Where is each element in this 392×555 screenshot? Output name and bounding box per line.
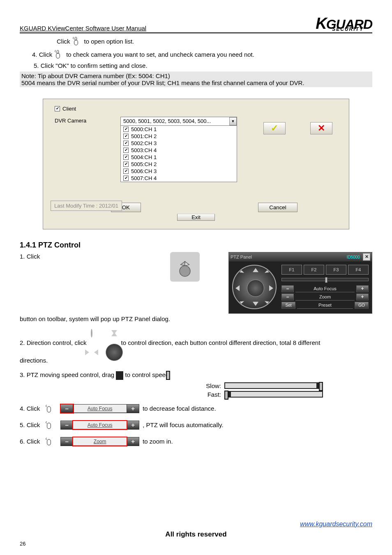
step-text: 5. Click bbox=[20, 421, 40, 428]
chevron-down-icon[interactable]: ▼ bbox=[229, 117, 237, 125]
preset-go-button[interactable]: GO bbox=[355, 302, 369, 309]
step-text: 2. Direction control, click bbox=[20, 339, 87, 346]
footer-url[interactable]: www.kguardsecurity.com bbox=[300, 520, 372, 527]
autofocus-minus-button[interactable]: – bbox=[281, 285, 294, 292]
plus-icon[interactable]: + bbox=[127, 405, 139, 413]
zoom-label[interactable]: Zoom bbox=[73, 437, 127, 446]
minus-icon[interactable]: – bbox=[61, 437, 73, 446]
step-text: directions. bbox=[20, 357, 372, 364]
minus-icon[interactable]: – bbox=[61, 421, 73, 429]
step-text: Click bbox=[57, 38, 70, 45]
zoom-plus-button[interactable]: + bbox=[356, 294, 369, 301]
list-item-checkbox[interactable]: ✔ bbox=[123, 141, 129, 146]
mouse-icon bbox=[43, 419, 55, 431]
svg-rect-0 bbox=[74, 40, 78, 45]
section-heading-ptz: 1.4.1 PTZ Control bbox=[20, 241, 372, 250]
autofocus-label[interactable]: Auto Focus bbox=[73, 421, 127, 429]
dvr-camera-list[interactable]: ✔5000:CH 1 ✔5001:CH 2 ✔5002:CH 3 ✔5003:C… bbox=[120, 126, 237, 182]
svg-rect-1 bbox=[56, 53, 60, 58]
list-item[interactable]: 5005:CH 2 bbox=[131, 161, 157, 167]
list-item[interactable]: 5004:CH 1 bbox=[131, 154, 157, 160]
list-item[interactable]: 5007:CH 4 bbox=[131, 175, 157, 181]
exit-button[interactable]: Exit bbox=[177, 214, 215, 221]
ptz-panel-title: PTZ Panel bbox=[231, 254, 252, 259]
list-item-checkbox[interactable]: ✔ bbox=[123, 176, 129, 181]
step-text: button on toolbar, system will pop up PT… bbox=[20, 315, 170, 322]
step-text: 5. Click "OK" to confirm setting and clo… bbox=[34, 62, 372, 69]
dvr-camera-label: DVR Camera bbox=[55, 117, 120, 124]
slow-label: Slow: bbox=[206, 382, 221, 389]
list-item-checkbox[interactable]: ✔ bbox=[123, 169, 129, 174]
autofocus-bar[interactable]: – Auto Focus + bbox=[60, 421, 139, 430]
preset-label[interactable]: Preset bbox=[297, 302, 353, 309]
list-item-checkbox[interactable]: ✔ bbox=[123, 162, 129, 167]
step-text: 4. Click bbox=[32, 51, 52, 58]
ptz-button-icon bbox=[170, 252, 200, 282]
doc-title: KGUARD KViewCenter Software User Manual bbox=[20, 25, 146, 32]
page-number: 26 bbox=[20, 541, 25, 547]
ptz-f1-button[interactable]: F1 bbox=[281, 265, 302, 275]
step-text: 3. PTZ moving speed control, drag bbox=[20, 371, 114, 378]
list-item[interactable]: 5003:CH 4 bbox=[131, 147, 157, 153]
svg-rect-4 bbox=[47, 423, 51, 428]
client-checkbox[interactable]: ✔ bbox=[55, 106, 60, 111]
plus-icon[interactable]: + bbox=[127, 421, 139, 429]
svg-point-2 bbox=[180, 266, 190, 276]
autofocus-plus-button[interactable]: + bbox=[356, 285, 369, 292]
step-text: 4. Click bbox=[20, 405, 40, 412]
list-item[interactable]: 5006:CH 3 bbox=[131, 168, 157, 174]
list-item-checkbox[interactable]: ✔ bbox=[123, 155, 129, 160]
mouse-icon bbox=[70, 36, 82, 47]
list-item[interactable]: 5001:CH 2 bbox=[131, 133, 157, 139]
ptz-speed-slider[interactable] bbox=[281, 278, 369, 281]
ptz-direction-pad[interactable] bbox=[232, 265, 277, 309]
zoom-bar[interactable]: – Zoom + bbox=[60, 437, 139, 446]
dvr-camera-combo[interactable]: 5000, 5001, 5002, 5003, 5004, 500... ▼ bbox=[120, 117, 237, 126]
step-text: to control speed. bbox=[125, 371, 171, 378]
client-label: Client bbox=[62, 106, 76, 112]
brand-logo: KGUARD SECURITY bbox=[316, 16, 372, 32]
footer-rights: All rights reserved bbox=[20, 530, 372, 539]
cancel-button[interactable]: Cancel bbox=[258, 203, 297, 212]
mouse-icon bbox=[43, 403, 55, 414]
list-item-checkbox[interactable]: ✔ bbox=[123, 148, 129, 153]
ptz-direction-pad-icon bbox=[91, 329, 92, 338]
step-text: 6. Click bbox=[20, 438, 40, 445]
zoom-minus-button[interactable]: – bbox=[281, 294, 294, 301]
ptz-f2-button[interactable]: F2 bbox=[304, 265, 324, 275]
step-text: to control direction, each button contro… bbox=[121, 339, 321, 346]
note-block: Note: Tip about DVR Camera number (Ex: 5… bbox=[20, 72, 372, 87]
list-item[interactable]: 5000:CH 1 bbox=[131, 126, 157, 132]
svg-rect-3 bbox=[47, 406, 51, 412]
autofocus-label[interactable]: Auto Focus bbox=[73, 405, 127, 413]
preset-set-button[interactable]: Set bbox=[281, 302, 295, 309]
speed-slider-fast[interactable] bbox=[224, 391, 323, 398]
list-item-checkbox[interactable]: ✔ bbox=[123, 127, 129, 132]
step-text: to decrease focal distance. bbox=[143, 405, 216, 412]
step-text: , PTZ will focus automatically. bbox=[143, 421, 223, 428]
ptz-f3-button[interactable]: F3 bbox=[326, 265, 346, 275]
speed-slider-icon bbox=[116, 371, 123, 380]
step-text: to zoom in. bbox=[143, 438, 173, 445]
autofocus-label[interactable]: Auto Focus bbox=[295, 285, 355, 292]
ptz-panel-id: ID5000 bbox=[347, 254, 360, 259]
list-item-checkbox[interactable]: ✔ bbox=[123, 134, 129, 139]
ptz-panel: PTZ Panel ID5000 ✕ F1 F2 F3 bbox=[228, 252, 372, 314]
list-item[interactable]: 5002:CH 3 bbox=[131, 140, 157, 146]
step-text: to open option list. bbox=[84, 38, 134, 45]
autofocus-bar[interactable]: – Auto Focus + bbox=[60, 404, 139, 413]
close-icon[interactable]: ✕ bbox=[363, 253, 370, 261]
zoom-label[interactable]: Zoom bbox=[295, 294, 355, 301]
step-text: to check camera you want to set, and unc… bbox=[66, 51, 254, 58]
emap-dialog: ✔ Client ✓ ✕ DVR Camera 5000, 5001, 5002… bbox=[43, 99, 349, 229]
plus-icon[interactable]: + bbox=[127, 437, 139, 446]
last-modify-time: Last Modify Time : 2012/01 bbox=[51, 201, 122, 211]
minus-icon[interactable]: – bbox=[61, 405, 73, 413]
ptz-f4-button[interactable]: F4 bbox=[348, 265, 369, 275]
fast-label: Fast: bbox=[208, 391, 221, 398]
mouse-icon bbox=[52, 49, 64, 60]
mouse-icon bbox=[43, 436, 55, 447]
speed-slider-slow[interactable] bbox=[224, 382, 323, 389]
svg-rect-5 bbox=[47, 439, 51, 445]
